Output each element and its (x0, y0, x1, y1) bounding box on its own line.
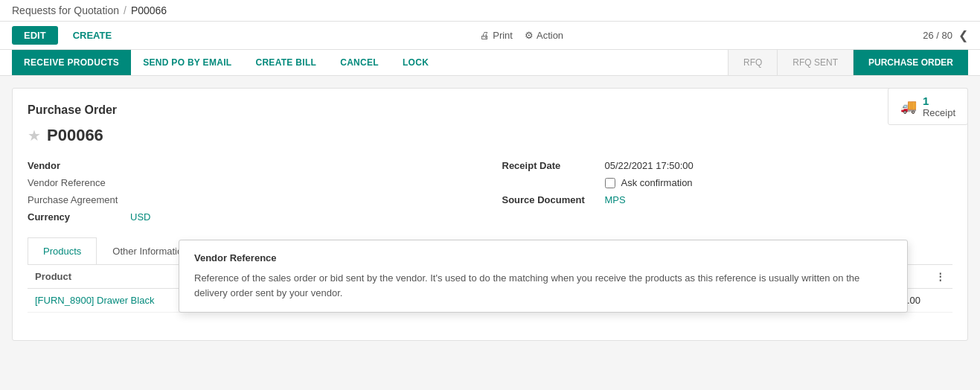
print-label: Print (493, 30, 513, 41)
lock-button[interactable]: LOCK (391, 50, 441, 75)
action-bar: RECEIVE PRODUCTS SEND PO BY EMAIL CREATE… (0, 50, 980, 76)
purchase-agreement-label: Purchase Agreement (28, 194, 124, 205)
nav-count: 26 / 80 (923, 30, 952, 41)
edit-button[interactable]: EDIT (12, 26, 58, 45)
order-id: P00066 (47, 126, 103, 145)
vendor-row: Vendor (28, 157, 478, 174)
breadcrumb-current: P00066 (131, 4, 167, 16)
currency-row: Currency USD (28, 208, 478, 226)
main-content: 1 Receipt Purchase Order ★ P00066 Vendor… (0, 76, 980, 353)
ask-confirmation-label: Ask confirmation (621, 177, 693, 188)
currency-label: Currency (28, 211, 124, 223)
source-document-value[interactable]: MPS (605, 194, 626, 205)
nav-prev-icon[interactable]: ❮ (958, 28, 968, 42)
form-section-title: Purchase Order (28, 103, 952, 117)
currency-value[interactable]: USD (130, 211, 150, 223)
receive-products-button[interactable]: RECEIVE PRODUCTS (12, 50, 131, 75)
cell-menu (928, 289, 952, 313)
tab-products[interactable]: Products (28, 237, 97, 264)
breadcrumb-bar: Requests for Quotation / P00066 (0, 0, 980, 22)
toolbar-right: 26 / 80 ❮ (923, 28, 968, 42)
status-bar: RFQ RFQ SENT PURCHASE ORDER (728, 50, 968, 75)
toolbar: EDIT CREATE Print Action 26 / 80 ❮ (0, 22, 980, 50)
vendor-reference-row: Vendor Reference (28, 174, 478, 191)
breadcrumb-separator: / (124, 4, 126, 16)
form-fields-grid: Vendor Vendor Reference Purchase Agreeme… (28, 157, 952, 226)
form-left-column: Vendor Vendor Reference Purchase Agreeme… (28, 157, 478, 226)
truck-icon (900, 98, 917, 115)
tooltip-popup: Vendor Reference Reference of the sales … (179, 240, 908, 313)
vendor-label: Vendor (28, 160, 124, 171)
receipt-info: 1 Receipt (923, 95, 955, 118)
receipt-badge[interactable]: 1 Receipt (888, 88, 968, 125)
create-button[interactable]: CREATE (64, 26, 121, 45)
receipt-label: Receipt (923, 107, 955, 118)
source-document-label: Source Document (502, 194, 599, 205)
print-button[interactable]: Print (480, 30, 513, 41)
cancel-button[interactable]: CANCEL (328, 50, 391, 75)
printer-icon (480, 30, 490, 41)
receipt-date-row: Receipt Date 05/22/2021 17:50:00 (502, 157, 953, 174)
send-po-by-email-button[interactable]: SEND PO BY EMAIL (131, 50, 243, 75)
ask-confirmation-checkbox-row: Ask confirmation (605, 177, 693, 188)
receipt-count: 1 (923, 95, 955, 107)
source-document-row: Source Document MPS (502, 191, 953, 208)
status-rfq: RFQ (728, 50, 777, 75)
vendor-reference-label: Vendor Reference (28, 177, 124, 188)
ask-confirmation-row: Ask confirmation (502, 174, 953, 191)
col-menu: ⋮ (928, 265, 952, 289)
breadcrumb-parent[interactable]: Requests for Quotation (12, 4, 119, 16)
tooltip-body: Reference of the sales order or bid sent… (194, 271, 892, 300)
receipt-date-value: 05/22/2021 17:50:00 (605, 160, 694, 171)
form-right-column: Receipt Date 05/22/2021 17:50:00 Ask con… (502, 157, 953, 226)
action-label: Action (537, 30, 563, 41)
status-purchase-order: PURCHASE ORDER (853, 50, 968, 75)
toolbar-center: Print Action (480, 30, 563, 41)
ask-confirmation-checkbox[interactable] (605, 178, 615, 188)
gear-icon (525, 30, 534, 41)
favorite-star-icon[interactable]: ★ (28, 127, 41, 144)
status-rfq-sent: RFQ SENT (777, 50, 853, 75)
purchase-agreement-row: Purchase Agreement (28, 191, 478, 208)
tooltip-title: Vendor Reference (194, 252, 892, 263)
receipt-date-label: Receipt Date (502, 160, 599, 171)
order-title-row: ★ P00066 (28, 126, 952, 145)
action-button[interactable]: Action (525, 30, 563, 41)
create-bill-button[interactable]: CREATE BILL (243, 50, 328, 75)
